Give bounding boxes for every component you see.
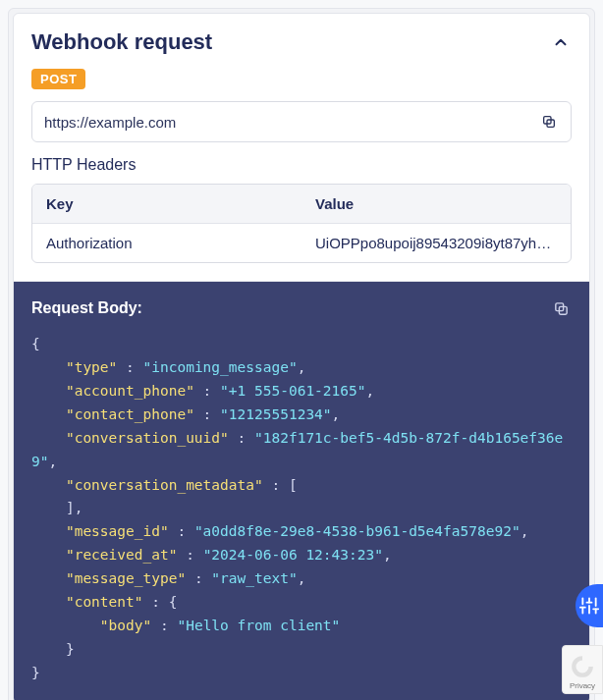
headers-table: Key Value Authorization UiOPPpo8upoij895…	[31, 184, 572, 263]
copy-url-icon[interactable]	[539, 112, 559, 132]
request-body-panel: Request Body: { "type" : "incoming_messa…	[14, 281, 589, 700]
header-key: Authorization	[32, 224, 302, 262]
url-text: https://example.com	[44, 114, 539, 131]
webhook-request-card: Webhook request POST https://example.com…	[13, 13, 590, 700]
headers-table-head: Key Value	[32, 185, 571, 224]
col-value: Value	[302, 185, 571, 223]
header-value: UiOPPpo8upoij89543209i8yt87yhgi...	[302, 224, 571, 262]
copy-body-icon[interactable]	[550, 297, 572, 319]
recaptcha-privacy-text: Privacy	[570, 681, 595, 690]
recaptcha-badge: Privacy	[562, 645, 603, 694]
col-key: Key	[32, 185, 302, 223]
http-method-badge: POST	[31, 69, 85, 89]
request-body-json: { "type" : "incoming_message", "account_…	[31, 333, 572, 685]
http-headers-label: HTTP Headers	[31, 156, 572, 174]
table-row: Authorization UiOPPpo8upoij89543209i8yt8…	[32, 224, 571, 262]
url-field: https://example.com	[31, 101, 572, 142]
card-header: Webhook request	[14, 14, 589, 69]
request-body-label: Request Body:	[31, 299, 142, 317]
chevron-up-icon[interactable]	[550, 31, 572, 53]
card-title: Webhook request	[31, 29, 212, 55]
